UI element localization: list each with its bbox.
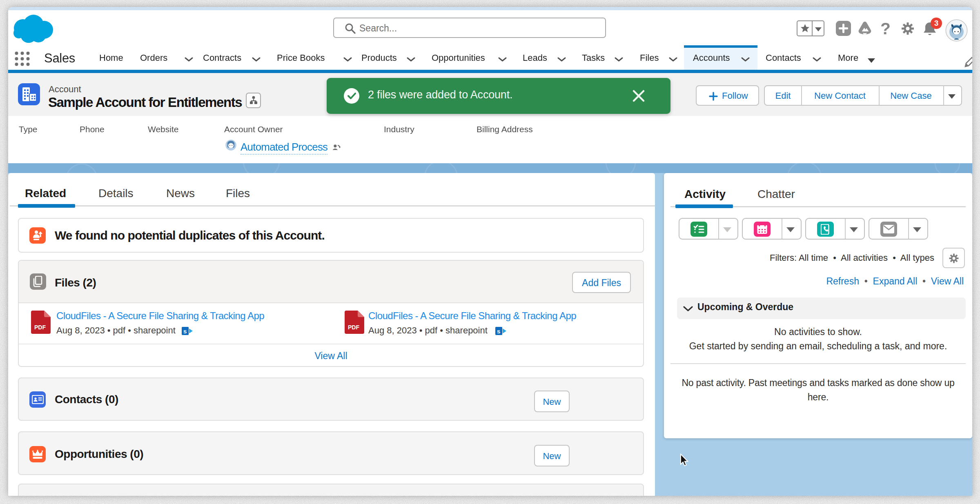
svg-text:s: s bbox=[183, 328, 187, 335]
svg-text:s: s bbox=[497, 328, 500, 335]
svg-text:PDF: PDF bbox=[348, 324, 359, 331]
svg-text:PDF: PDF bbox=[34, 324, 46, 331]
